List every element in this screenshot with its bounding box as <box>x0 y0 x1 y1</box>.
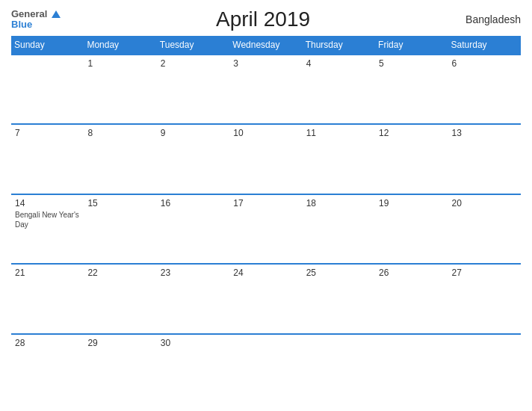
day-cell: 20 <box>448 194 521 264</box>
day-number: 6 <box>452 58 517 69</box>
day-cell: 23 <box>157 264 229 333</box>
day-cell <box>375 334 448 404</box>
day-cell: 1 <box>84 55 156 124</box>
day-number: 16 <box>161 198 226 208</box>
page-header: General Blue April 2019 Bangladesh <box>11 7 521 31</box>
day-cell <box>11 55 84 124</box>
logo-triangle-icon <box>52 10 61 18</box>
day-number: 22 <box>87 268 152 278</box>
day-number: 28 <box>15 338 80 348</box>
day-cell: 21 <box>11 264 84 333</box>
day-number: 27 <box>452 268 517 278</box>
day-number: 3 <box>233 58 298 69</box>
day-number: 4 <box>306 58 371 69</box>
day-cell: 2 <box>157 55 229 124</box>
day-cell: 8 <box>84 124 156 194</box>
day-header-row: SundayMondayTuesdayWednesdayThursdayFrid… <box>11 36 521 55</box>
day-cell: 6 <box>448 55 521 124</box>
day-cell: 10 <box>229 124 302 194</box>
day-cell: 29 <box>84 334 156 404</box>
logo-blue-text: Blue <box>11 19 32 30</box>
day-cell: 22 <box>84 264 156 333</box>
day-cell: 7 <box>11 124 84 194</box>
day-number: 10 <box>233 128 298 138</box>
day-number: 30 <box>161 338 226 348</box>
country-label: Bangladesh <box>466 13 521 25</box>
calendar-table: SundayMondayTuesdayWednesdayThursdayFrid… <box>11 36 521 404</box>
day-header-saturday: Saturday <box>448 36 521 55</box>
day-number: 5 <box>379 58 444 69</box>
day-cell: 28 <box>11 334 84 404</box>
logo-general-text: General <box>11 8 47 19</box>
day-number: 1 <box>87 58 152 69</box>
day-number: 19 <box>379 198 444 208</box>
day-number: 21 <box>15 268 80 278</box>
week-row-1: 123456 <box>11 55 521 124</box>
day-number: 9 <box>161 128 226 138</box>
day-cell: 24 <box>229 264 302 333</box>
day-cell: 25 <box>303 264 375 333</box>
day-number: 2 <box>161 58 226 69</box>
day-cell: 13 <box>448 124 521 194</box>
day-cell: 11 <box>303 124 375 194</box>
holiday-label: Bengali New Year's Day <box>15 210 80 229</box>
logo: General Blue <box>11 9 61 31</box>
day-number: 12 <box>379 128 444 138</box>
day-cell: 9 <box>157 124 229 194</box>
day-number: 23 <box>161 268 226 278</box>
day-cell <box>448 334 521 404</box>
day-number: 8 <box>87 128 152 138</box>
day-cell: 16 <box>157 194 229 264</box>
day-cell <box>229 334 302 404</box>
day-cell: 17 <box>229 194 302 264</box>
calendar-title: April 2019 <box>216 7 310 31</box>
day-number: 17 <box>233 198 298 208</box>
day-number: 11 <box>306 128 371 138</box>
day-cell <box>303 334 375 404</box>
day-cell: 15 <box>84 194 156 264</box>
day-number: 13 <box>452 128 517 138</box>
day-header-friday: Friday <box>375 36 448 55</box>
day-number: 26 <box>379 268 444 278</box>
day-number: 20 <box>452 198 517 208</box>
day-number: 7 <box>15 128 80 138</box>
day-header-monday: Monday <box>84 36 156 55</box>
day-header-wednesday: Wednesday <box>229 36 302 55</box>
day-cell: 12 <box>375 124 448 194</box>
week-row-4: 21222324252627 <box>11 264 521 333</box>
day-number: 25 <box>306 268 371 278</box>
day-header-thursday: Thursday <box>303 36 375 55</box>
week-row-2: 78910111213 <box>11 124 521 194</box>
day-cell: 18 <box>303 194 375 264</box>
day-number: 14 <box>15 198 80 208</box>
day-cell: 4 <box>303 55 375 124</box>
week-row-5: 282930 <box>11 334 521 404</box>
day-cell: 5 <box>375 55 448 124</box>
week-row-3: 14Bengali New Year's Day151617181920 <box>11 194 521 264</box>
day-number: 24 <box>233 268 298 278</box>
day-number: 15 <box>87 198 152 208</box>
day-cell: 27 <box>448 264 521 333</box>
day-number: 29 <box>87 338 152 348</box>
day-cell: 26 <box>375 264 448 333</box>
day-header-tuesday: Tuesday <box>157 36 229 55</box>
day-cell: 14Bengali New Year's Day <box>11 194 84 264</box>
day-cell: 30 <box>157 334 229 404</box>
day-cell: 3 <box>229 55 302 124</box>
day-number: 18 <box>306 198 371 208</box>
day-header-sunday: Sunday <box>11 36 84 55</box>
day-cell: 19 <box>375 194 448 264</box>
